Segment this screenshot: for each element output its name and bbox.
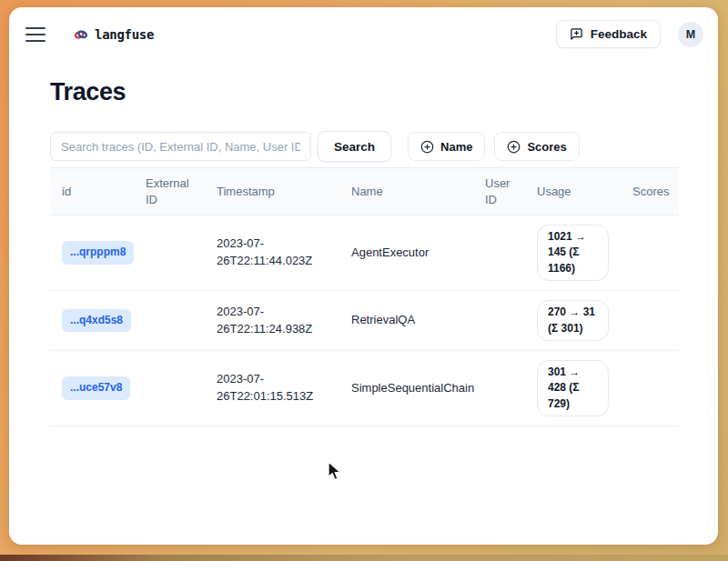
- column-header-id: id: [50, 168, 134, 215]
- usage-badge: 270 → 31 (Σ 301): [537, 300, 609, 341]
- brand-wordmark: langfuse: [95, 27, 154, 42]
- avatar-initial: M: [686, 28, 695, 41]
- page-title: Traces: [50, 78, 678, 106]
- usage-badge: 1021 → 145 (Σ 1166): [537, 225, 609, 281]
- background-frame-strip: [0, 555, 728, 561]
- column-header-scores: Scores: [621, 168, 679, 215]
- table-header-row: id External ID Timestamp Name User ID Us…: [50, 168, 679, 215]
- cell-scores: [621, 215, 679, 291]
- trace-id-link[interactable]: ...qrpppm8: [62, 241, 134, 264]
- cell-user-id: [473, 351, 525, 426]
- user-avatar[interactable]: M: [678, 22, 703, 47]
- table-row[interactable]: ...q4xd5s8 2023-07-26T22:11:24.938Z Retr…: [50, 291, 679, 351]
- cell-usage: 270 → 31 (Σ 301): [525, 291, 621, 351]
- traces-toolbar: Search Name Scores: [50, 131, 678, 162]
- cell-user-id: [473, 215, 525, 291]
- cell-external-id: [134, 215, 205, 291]
- column-header-user-id: User ID: [473, 168, 525, 215]
- column-header-external-id: External ID: [134, 168, 205, 215]
- cell-scores: [621, 291, 679, 351]
- plus-circle-icon: [507, 140, 521, 154]
- langfuse-knot-icon: [74, 27, 88, 42]
- top-nav: langfuse Feedback M: [9, 7, 718, 55]
- cell-external-id: [134, 291, 205, 351]
- search-input[interactable]: [50, 132, 311, 161]
- brand-logo[interactable]: langfuse: [74, 27, 154, 42]
- main-content: Traces Search Name Scores: [9, 78, 718, 426]
- cell-user-id: [473, 291, 525, 351]
- search-button[interactable]: Search: [318, 131, 391, 162]
- table-row[interactable]: ...qrpppm8 2023-07-26T22:11:44.023Z Agen…: [50, 215, 679, 291]
- cell-name: SimpleSequentialChain: [339, 351, 473, 426]
- cell-id: ...uce57v8: [50, 351, 134, 426]
- cell-timestamp: 2023-07-26T22:11:44.023Z: [205, 215, 339, 291]
- message-square-plus-icon: [570, 27, 583, 41]
- cell-timestamp: 2023-07-26T22:11:24.938Z: [205, 291, 339, 351]
- cell-name: AgentExecutor: [339, 215, 473, 291]
- app-window: langfuse Feedback M Traces Search Name: [9, 7, 718, 545]
- menu-hamburger-icon[interactable]: [25, 27, 46, 42]
- cell-external-id: [134, 351, 205, 426]
- filter-name-button[interactable]: Name: [408, 132, 485, 161]
- plus-circle-icon: [420, 140, 434, 154]
- cell-id: ...q4xd5s8: [50, 291, 134, 351]
- cell-usage: 1021 → 145 (Σ 1166): [525, 215, 621, 291]
- trace-id-link[interactable]: ...q4xd5s8: [62, 309, 131, 332]
- filter-name-label: Name: [440, 140, 472, 154]
- cell-scores: [621, 351, 679, 426]
- filter-scores-label: Scores: [527, 140, 566, 154]
- column-header-usage: Usage: [525, 168, 621, 215]
- usage-badge: 301 → 428 (Σ 729): [537, 360, 609, 416]
- cell-usage: 301 → 428 (Σ 729): [525, 351, 621, 426]
- trace-id-link[interactable]: ...uce57v8: [62, 376, 130, 399]
- traces-table: id External ID Timestamp Name User ID Us…: [50, 167, 679, 426]
- cell-name: RetrievalQA: [339, 291, 473, 351]
- cell-id: ...qrpppm8: [50, 215, 134, 291]
- table-row[interactable]: ...uce57v8 2023-07-26T22:01:15.513Z Simp…: [50, 351, 679, 426]
- column-header-name: Name: [339, 168, 473, 215]
- column-header-timestamp: Timestamp: [205, 168, 339, 215]
- feedback-button[interactable]: Feedback: [556, 20, 661, 48]
- filter-scores-button[interactable]: Scores: [494, 132, 579, 161]
- cell-timestamp: 2023-07-26T22:01:15.513Z: [205, 351, 339, 426]
- feedback-label: Feedback: [591, 27, 647, 41]
